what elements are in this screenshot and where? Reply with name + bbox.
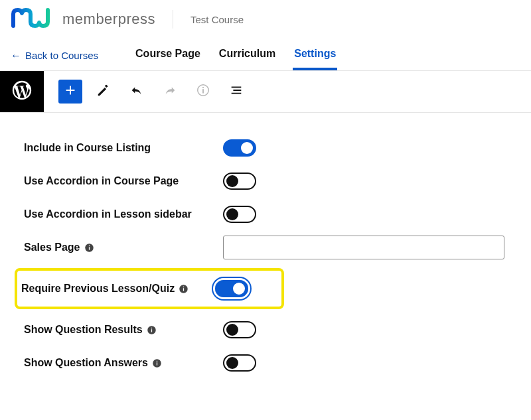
- edit-button[interactable]: [92, 80, 115, 104]
- redo-icon: [163, 83, 177, 100]
- toggle-show-question-answers[interactable]: [223, 354, 256, 372]
- toggle-accordion-lesson-sidebar[interactable]: [223, 206, 256, 223]
- svg-rect-2: [202, 87, 204, 88]
- svg-rect-11: [151, 327, 152, 328]
- setting-row-show-question-answers: Show Question Answers: [24, 346, 520, 380]
- editor-toolbar-row: [0, 71, 531, 113]
- plus-icon: [63, 83, 78, 100]
- memberpress-logo-icon: [11, 8, 58, 31]
- info-icon[interactable]: [147, 325, 157, 335]
- setting-label: Show Question Results: [24, 324, 143, 336]
- svg-rect-4: [88, 247, 89, 249]
- wordpress-logo-icon: [11, 79, 33, 104]
- setting-row-accordion-lesson-sidebar: Use Accordion in Lesson sidebar: [24, 198, 520, 231]
- info-outline-icon: [196, 83, 210, 100]
- setting-row-accordion-course-page: Use Accordion in Course Page: [24, 165, 520, 198]
- svg-point-0: [198, 85, 209, 96]
- pencil-icon: [96, 83, 111, 100]
- tabs: Course Page Curriculum Settings: [134, 41, 337, 70]
- svg-rect-7: [183, 288, 184, 291]
- toggle-accordion-course-page[interactable]: [223, 173, 256, 190]
- toggle-require-previous[interactable]: [215, 280, 248, 297]
- tab-settings[interactable]: Settings: [293, 41, 337, 70]
- highlighted-setting: Require Previous Lesson/Quiz: [15, 268, 284, 309]
- brand-logo: memberpress: [11, 8, 155, 31]
- svg-rect-13: [157, 362, 157, 365]
- wordpress-home-button[interactable]: [0, 71, 44, 112]
- setting-label: Require Previous Lesson/Quiz: [21, 283, 175, 295]
- toggle-show-question-results[interactable]: [223, 321, 256, 338]
- editor-toolbar: [44, 71, 263, 112]
- toggle-include-in-listing[interactable]: [223, 139, 256, 157]
- add-block-button[interactable]: [58, 80, 82, 104]
- arrow-left-icon: ←: [11, 50, 21, 61]
- svg-rect-10: [151, 329, 152, 332]
- outline-icon: [229, 83, 244, 100]
- svg-rect-14: [157, 360, 157, 361]
- setting-row-include-in-listing: Include in Course Listing: [24, 131, 520, 165]
- redo-button[interactable]: [158, 80, 182, 104]
- tab-course-page[interactable]: Course Page: [134, 41, 202, 70]
- course-title: Test Course: [190, 14, 244, 25]
- setting-row-sales-page: Sales Page: [24, 231, 520, 264]
- svg-rect-5: [88, 245, 89, 245]
- setting-label: Show Question Answers: [24, 357, 148, 369]
- info-icon[interactable]: [84, 243, 94, 253]
- setting-label: Use Accordion in Course Page: [24, 175, 179, 187]
- setting-row-require-previous: Require Previous Lesson/Quiz: [21, 276, 277, 301]
- brand-name: memberpress: [62, 11, 155, 28]
- undo-icon: [129, 83, 144, 100]
- brand-divider: [173, 10, 173, 29]
- info-button[interactable]: [191, 80, 215, 104]
- nav-row: ← Back to Courses Course Page Curriculum…: [0, 37, 531, 71]
- setting-row-show-question-results: Show Question Results: [24, 313, 520, 346]
- setting-label: Sales Page: [24, 242, 80, 253]
- brand-bar: memberpress Test Course: [0, 0, 531, 37]
- sales-page-input[interactable]: [223, 236, 504, 259]
- settings-panel: Include in Course Listing Use Accordion …: [0, 113, 531, 393]
- setting-label: Use Accordion in Lesson sidebar: [24, 208, 192, 220]
- back-link-label: Back to Courses: [25, 50, 98, 61]
- undo-button[interactable]: [125, 80, 149, 104]
- info-icon[interactable]: [152, 358, 162, 368]
- outline-button[interactable]: [224, 80, 248, 104]
- tab-curriculum[interactable]: Curriculum: [218, 41, 277, 70]
- info-icon[interactable]: [179, 284, 189, 294]
- svg-rect-8: [183, 286, 184, 287]
- back-to-courses-link[interactable]: ← Back to Courses: [11, 43, 98, 70]
- setting-label: Include in Course Listing: [24, 142, 151, 154]
- svg-rect-1: [202, 89, 204, 93]
